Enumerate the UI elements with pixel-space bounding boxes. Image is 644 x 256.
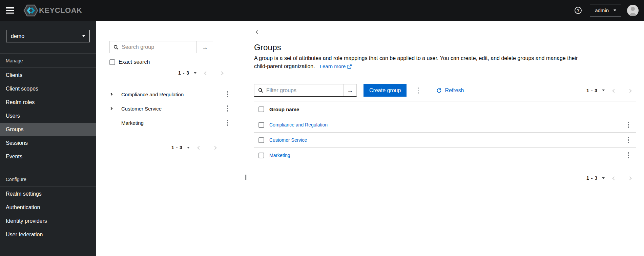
search-group-input[interactable] xyxy=(119,41,196,53)
masthead: KEYCLOAK ? admin xyxy=(0,0,644,21)
pagination-range-toggle[interactable]: 1 - 3 xyxy=(178,70,196,76)
pagination-next-button[interactable] xyxy=(215,69,228,77)
row-checkbox[interactable] xyxy=(258,153,264,158)
learn-more-link[interactable]: Learn more xyxy=(320,62,352,71)
kebab-menu-icon[interactable] xyxy=(225,90,230,99)
sidebar-item-identity-providers[interactable]: Identity providers xyxy=(0,214,96,228)
realm-name: demo xyxy=(11,33,24,39)
sidebar-item-realm-roles[interactable]: Realm roles xyxy=(0,96,96,109)
kebab-menu-icon[interactable] xyxy=(225,118,230,127)
table-pagination-bottom: 1 - 3 xyxy=(254,173,636,183)
refresh-icon xyxy=(436,88,442,93)
tree-item-customer-service: Customer Service xyxy=(96,101,246,116)
groups-toolbar: → Create group Refresh 1 - 3 xyxy=(254,84,636,97)
pagination-prev-button[interactable] xyxy=(608,86,620,95)
nav-section-title-manage: Manage xyxy=(0,53,96,68)
chevron-down-icon xyxy=(614,9,616,11)
help-icon[interactable]: ? xyxy=(575,7,582,14)
chevron-left-icon xyxy=(204,71,208,75)
tree-pagination-bottom: 1 - 3 xyxy=(96,143,246,152)
group-search-widget: → xyxy=(109,41,213,53)
chevron-right-icon xyxy=(220,71,223,75)
row-checkbox[interactable] xyxy=(258,122,264,128)
nav-section-title-configure: Configure xyxy=(0,172,96,186)
keycloak-logo-text: KEYCLOAK xyxy=(39,6,82,15)
external-link-icon xyxy=(347,64,352,69)
pagination-range-toggle[interactable]: 1 - 3 xyxy=(586,88,605,93)
sidebar-item-client-scopes[interactable]: Client scopes xyxy=(0,82,96,96)
sidebar-item-user-federation[interactable]: User federation xyxy=(0,228,96,241)
sidebar-item-groups[interactable]: Groups xyxy=(0,123,96,136)
toolbar-kebab-menu-icon[interactable] xyxy=(416,86,421,95)
row-checkbox[interactable] xyxy=(258,137,264,143)
sidebar-item-users[interactable]: Users xyxy=(0,109,96,123)
pagination-prev-button[interactable] xyxy=(200,69,212,77)
exact-search-checkbox[interactable] xyxy=(109,59,115,65)
groups-table: Group name Compliance and Regulation Cus… xyxy=(254,101,636,163)
tree-item-label[interactable]: Marketing xyxy=(121,120,225,126)
column-header-group-name: Group name xyxy=(269,106,299,112)
user-menu-dropdown[interactable]: admin xyxy=(590,4,621,17)
tree-item-marketing: Marketing xyxy=(96,116,246,130)
chevron-down-icon xyxy=(187,147,190,149)
chevron-left-icon xyxy=(256,31,259,34)
sidebar-item-clients[interactable]: Clients xyxy=(0,68,96,82)
avatar[interactable] xyxy=(627,5,639,16)
search-icon xyxy=(254,84,263,96)
kebab-menu-icon[interactable] xyxy=(626,151,631,160)
chevron-left-icon xyxy=(612,89,616,93)
collapse-panel-button[interactable] xyxy=(256,30,259,34)
pagination-next-button[interactable] xyxy=(624,174,636,182)
arrow-right-icon: → xyxy=(347,87,353,94)
pagination-next-button[interactable] xyxy=(209,143,221,152)
chevron-left-icon xyxy=(197,146,201,150)
username: admin xyxy=(595,7,609,13)
expand-chevron-icon[interactable] xyxy=(110,107,119,110)
groups-main-panel: Groups A group is a set of attributes an… xyxy=(246,21,644,256)
kebab-menu-icon[interactable] xyxy=(626,120,631,129)
panel-resize-handle[interactable] xyxy=(245,175,248,180)
expand-chevron-icon[interactable] xyxy=(110,93,119,95)
sidebar-item-authentication[interactable]: Authentication xyxy=(0,201,96,214)
sidebar-item-sessions[interactable]: Sessions xyxy=(0,136,96,150)
table-row-marketing: Marketing xyxy=(254,148,636,163)
search-icon xyxy=(110,41,119,53)
chevron-right-icon xyxy=(628,176,631,180)
chevron-left-icon xyxy=(612,176,616,180)
group-link[interactable]: Compliance and Regulation xyxy=(269,122,626,127)
filter-groups-input[interactable] xyxy=(263,84,343,96)
sidebar-item-realm-settings[interactable]: Realm settings xyxy=(0,187,96,201)
hamburger-menu-button[interactable] xyxy=(6,7,14,14)
chevron-down-icon xyxy=(602,90,605,91)
search-group-submit-button[interactable]: → xyxy=(196,41,213,53)
pagination-prev-button[interactable] xyxy=(193,143,205,152)
group-link[interactable]: Customer Service xyxy=(269,137,626,143)
realm-selector[interactable]: demo xyxy=(6,30,90,42)
create-group-button[interactable]: Create group xyxy=(363,84,407,97)
page-title: Groups xyxy=(254,43,636,52)
kebab-menu-icon[interactable] xyxy=(626,136,631,144)
arrow-right-icon: → xyxy=(202,44,208,51)
keycloak-logo-icon xyxy=(23,4,39,17)
filter-submit-button[interactable]: → xyxy=(343,84,356,96)
sidebar-item-events[interactable]: Events xyxy=(0,150,96,163)
kebab-menu-icon[interactable] xyxy=(225,104,230,113)
toolbar-pagination: 1 - 3 xyxy=(586,86,636,95)
tree-item-compliance-and-regulation: Compliance and Regulation xyxy=(96,87,246,101)
tree-item-label[interactable]: Compliance and Regulation xyxy=(121,92,225,97)
refresh-button[interactable]: Refresh xyxy=(436,87,464,94)
tree-item-label[interactable]: Customer Service xyxy=(121,106,225,112)
select-all-checkbox[interactable] xyxy=(258,106,264,112)
table-row-customer-service: Customer Service xyxy=(254,133,636,148)
chevron-right-icon xyxy=(213,146,216,150)
pagination-range-toggle[interactable]: 1 - 3 xyxy=(171,145,190,150)
chevron-down-icon xyxy=(82,35,85,37)
chevron-down-icon xyxy=(194,72,196,74)
chevron-right-icon xyxy=(628,89,631,93)
group-link[interactable]: Marketing xyxy=(269,153,626,158)
pagination-range-toggle[interactable]: 1 - 3 xyxy=(586,175,605,181)
pagination-next-button[interactable] xyxy=(624,86,636,95)
tree-pagination-top: 1 - 3 xyxy=(96,68,246,78)
pagination-prev-button[interactable] xyxy=(608,174,620,182)
table-header-row: Group name xyxy=(254,101,636,117)
